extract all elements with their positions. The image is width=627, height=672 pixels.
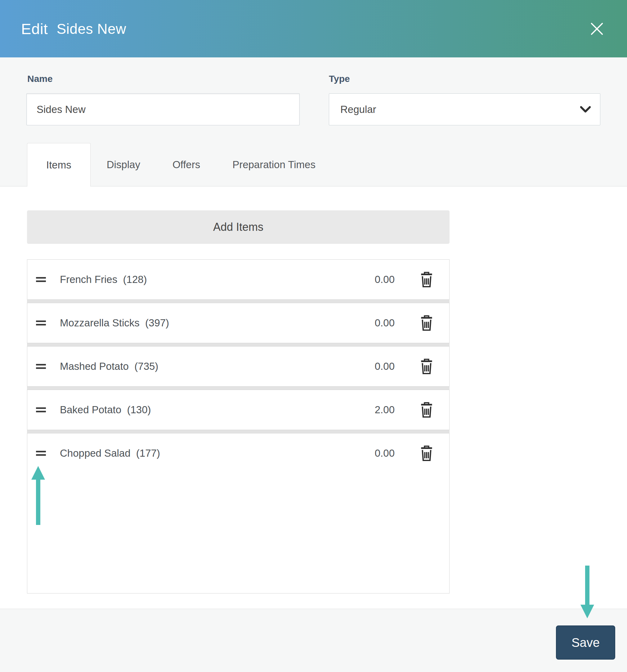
item-label: Mozzarella Sticks (397) xyxy=(60,317,169,329)
name-input[interactable] xyxy=(26,93,300,125)
drag-handle-icon[interactable] xyxy=(36,451,46,456)
delete-item-button[interactable] xyxy=(419,402,434,418)
type-select[interactable]: Regular xyxy=(329,93,600,125)
item-label: Baked Potato (130) xyxy=(60,404,151,416)
form-section: Name Type Regular Items Display Offers P… xyxy=(0,57,627,187)
trash-icon xyxy=(419,358,434,375)
arrow-up-icon xyxy=(31,466,45,480)
name-label: Name xyxy=(27,74,53,84)
drag-handle-icon[interactable] xyxy=(36,407,46,412)
drag-handle-icon[interactable] xyxy=(36,364,46,369)
drag-handle-icon[interactable] xyxy=(36,320,46,326)
modal-title-entity: Sides New xyxy=(56,21,126,37)
arrow-down-icon xyxy=(580,605,594,618)
trash-icon xyxy=(419,445,434,461)
delete-item-button[interactable] xyxy=(419,358,434,375)
item-label: Mashed Potato (735) xyxy=(60,361,158,372)
add-items-button[interactable]: Add Items xyxy=(27,210,450,244)
trash-icon xyxy=(419,271,434,288)
item-row: Baked Potato (130) 2.00 xyxy=(27,390,450,430)
items-list: French Fries (128) 0.00 xyxy=(27,259,450,594)
item-row: Chopped Salad (177) 0.00 xyxy=(27,433,450,594)
chevron-down-icon xyxy=(580,106,591,113)
save-button[interactable]: Save xyxy=(556,625,615,659)
item-row: French Fries (128) 0.00 xyxy=(27,259,450,300)
tab-offers[interactable]: Offers xyxy=(156,143,216,187)
item-price: 2.00 xyxy=(361,404,395,416)
drag-handle-pointer-arrow xyxy=(31,466,45,525)
item-price: 0.00 xyxy=(361,361,395,372)
close-icon-glyph xyxy=(589,21,605,37)
item-price: 0.00 xyxy=(361,317,395,329)
items-tab-panel: Add Items French Fries (128) 0.00 xyxy=(0,187,627,609)
type-label: Type xyxy=(329,74,350,84)
tab-preparation-times[interactable]: Preparation Times xyxy=(216,143,332,187)
item-row: Mashed Potato (735) 0.00 xyxy=(27,346,450,387)
drag-handle-icon[interactable] xyxy=(36,277,46,282)
item-price: 0.00 xyxy=(361,447,395,459)
item-price: 0.00 xyxy=(361,274,395,285)
close-icon[interactable] xyxy=(588,20,606,38)
item-label: French Fries (128) xyxy=(60,274,147,285)
item-label: Chopped Salad (177) xyxy=(60,447,160,459)
trash-icon xyxy=(419,402,434,418)
modal-title-action: Edit xyxy=(21,20,48,38)
item-row: Mozzarella Sticks (397) 0.00 xyxy=(27,303,450,343)
modal-header: Edit Sides New xyxy=(0,0,627,57)
save-pointer-arrow xyxy=(580,566,594,618)
delete-item-button[interactable] xyxy=(419,271,434,288)
type-select-value: Regular xyxy=(340,104,376,115)
trash-icon xyxy=(419,315,434,331)
delete-item-button[interactable] xyxy=(419,315,434,331)
tab-display[interactable]: Display xyxy=(91,143,156,187)
modal-footer: Save xyxy=(0,609,627,672)
tab-bar: Items Display Offers Preparation Times xyxy=(27,143,332,187)
edit-category-modal: Edit Sides New Name Type Regular Items D… xyxy=(0,0,627,672)
delete-item-button[interactable] xyxy=(419,445,434,461)
tab-items[interactable]: Items xyxy=(27,143,91,187)
